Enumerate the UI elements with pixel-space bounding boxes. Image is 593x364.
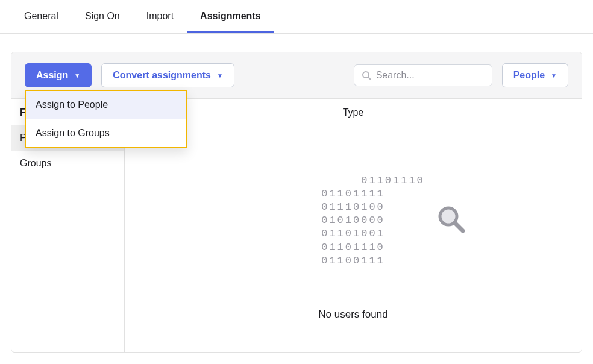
people-filter-button[interactable]: People ▼ <box>502 63 568 87</box>
search-input-container[interactable] <box>354 64 492 86</box>
empty-message: No users found <box>318 309 387 321</box>
svg-line-3 <box>455 223 463 231</box>
search-input[interactable] <box>376 70 497 81</box>
people-filter-label: People <box>513 70 545 81</box>
binary-art: 01101110 01101111 01110100 01010000 0110… <box>281 161 425 294</box>
tab-signon[interactable]: Sign On <box>72 0 133 33</box>
tab-assignments[interactable]: Assignments <box>187 0 274 33</box>
caret-down-icon: ▼ <box>551 72 557 79</box>
assign-to-groups-item[interactable]: Assign to Groups <box>26 119 186 147</box>
caret-down-icon: ▼ <box>217 72 223 79</box>
tab-bar: General Sign On Import Assignments <box>0 0 593 34</box>
assign-button[interactable]: Assign ▼ <box>25 63 92 87</box>
toolbar: Assign ▼ Convert assignments ▼ People ▼ … <box>11 52 582 99</box>
tab-general[interactable]: General <box>11 0 72 33</box>
caret-down-icon: ▼ <box>74 72 80 79</box>
convert-button-label: Convert assignments <box>113 70 211 81</box>
assignments-panel: Assign ▼ Convert assignments ▼ People ▼ … <box>11 52 582 353</box>
svg-line-1 <box>368 77 371 80</box>
assign-to-people-item[interactable]: Assign to People <box>26 91 186 119</box>
column-header-type: Type <box>125 99 582 127</box>
assign-dropdown: Assign to People Assign to Groups <box>25 90 187 148</box>
assign-button-label: Assign <box>36 70 68 81</box>
convert-assignments-button[interactable]: Convert assignments ▼ <box>101 63 234 87</box>
main-content: Type 01101110 01101111 01110100 01010000… <box>125 99 582 352</box>
sidebar-item-groups[interactable]: Groups <box>11 151 124 176</box>
empty-state: 01101110 01101111 01110100 01010000 0110… <box>125 127 582 321</box>
magnifier-icon <box>341 191 468 253</box>
tab-import[interactable]: Import <box>133 0 187 33</box>
search-icon <box>362 71 371 80</box>
